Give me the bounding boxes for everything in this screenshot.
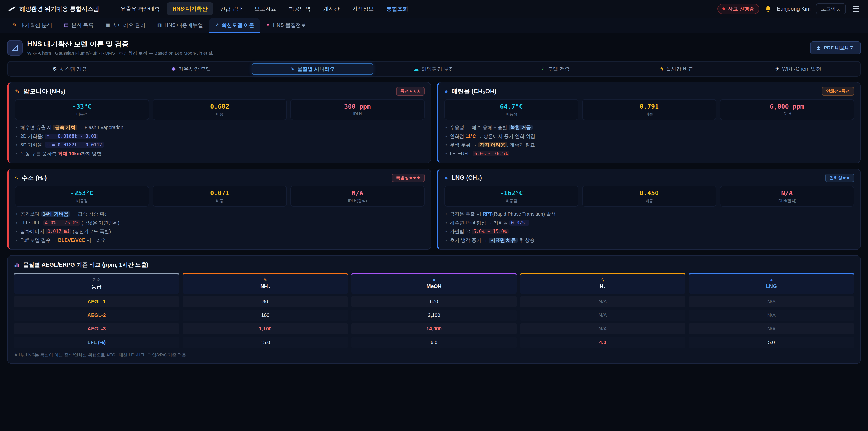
topnav: 해양환경 위기대응 통합시스템 유출유 확산예측HNS·대기확산긴급구난보고자료… — [0, 0, 868, 18]
incident-label: 사고 진행중 — [728, 5, 754, 12]
table-title: 물질별 AEGL/ERPG 기준 비교 (ppm, 1시간 노출) — [23, 261, 148, 269]
nav-item[interactable]: 항공탐색 — [283, 2, 316, 15]
hazard-badge: 인화성★★ — [825, 174, 854, 182]
tab-label: 해양환경 보정 — [422, 65, 454, 72]
row-label: AEGL-2 — [14, 310, 179, 321]
subnav-item[interactable]: ▤분석 목록 — [59, 18, 99, 33]
highlight: 14배 가벼움 — [41, 211, 70, 217]
stat-value: 0.682 — [155, 103, 284, 110]
subnav-item[interactable]: ▣시나리오 관리 — [100, 18, 151, 33]
stat-value: -253°C — [17, 189, 147, 197]
highlight: 4.0% ~ 75.0% — [43, 220, 80, 225]
cell-value: 5.0 — [689, 337, 854, 348]
folder-icon: ▣ — [105, 23, 110, 28]
nav-item[interactable]: HNS·대기확산 — [166, 2, 213, 15]
table-footnote: ※ H₂, LNG는 독성이 아닌 질식/인화성 위험으로 AEGL 대신 LF… — [14, 352, 854, 358]
section-tab[interactable]: ✓모델 검증 — [495, 63, 616, 75]
column-header: ϟH₂ — [520, 273, 685, 294]
cell-value: 15.0 — [183, 337, 348, 348]
stat-value: 64.7°C — [447, 103, 576, 110]
section-tab[interactable]: ✈WRF-Chem 발전 — [738, 63, 859, 75]
cell-value: 4.0 — [520, 337, 685, 348]
nav-item[interactable]: 통합조회 — [381, 2, 414, 15]
bullet-item: Puff 모델 필수 → BLEVE/VCE 시나리오 — [15, 237, 425, 244]
tab-label: 실시간 비교 — [666, 65, 693, 72]
stat-box: 0.682비중 — [153, 99, 287, 120]
cell-value: 30 — [183, 296, 348, 307]
section-tab[interactable]: ⚙시스템 개요 — [9, 63, 130, 75]
nav-item[interactable]: 긴급구난 — [214, 2, 248, 15]
bullet-item: 해수면 Pool 형성 → 기화율 0.025t — [444, 219, 854, 226]
stat-value: N/A — [293, 189, 422, 197]
stat-value: -33°C — [17, 103, 147, 110]
subnav-item[interactable]: ✶HNS 물질정보 — [260, 18, 311, 33]
bell-icon[interactable] — [765, 5, 772, 12]
section-tab[interactable]: ϟ실시간 비교 — [616, 63, 738, 75]
tab-label: WRF-Chem 발전 — [782, 65, 822, 72]
card-title: 메탄올 (CH₃OH) — [452, 87, 818, 95]
bullet-list: 극저온 유출 시 RPT(Rapid Phase Transition) 발생해… — [444, 211, 854, 244]
bullet-list: 해수면 유출 시 급속 기화 → Flash Evaporation2D 기화율… — [15, 124, 425, 157]
stat-label: 비중 — [584, 198, 714, 204]
menu-icon[interactable] — [851, 5, 861, 13]
card-h2: ϟ수소 (H₂)폭발성★★★-253°C비등점0.071비중N/AIDLH(질식… — [7, 168, 431, 250]
download-icon — [816, 45, 821, 51]
bullet-item: 2D 기화율: m = 0.0168t - 0.01 — [15, 133, 425, 140]
stat-value: N/A — [722, 189, 852, 197]
bullet-item: 극저온 유출 시 RPT(Rapid Phase Transition) 발생 — [444, 211, 854, 218]
subnav-item[interactable]: ▥HNS 대응매뉴얼 — [152, 18, 209, 33]
user-name: Eunjeong Kim — [777, 6, 811, 12]
ruler-icon — [7, 40, 23, 56]
column-header-label: LNG — [766, 283, 777, 289]
tab-label: 모델 검증 — [548, 65, 570, 72]
subnav-label: 대기확산 분석 — [20, 22, 52, 29]
tab-label: 물질별 시나리오 — [297, 65, 335, 72]
bolt-icon: ϟ — [660, 66, 663, 71]
hazard-badge: 폭발성★★★ — [392, 174, 425, 182]
subnav-item[interactable]: ↗확산모델 이론 — [209, 18, 260, 33]
nav-item[interactable]: 게시판 — [317, 2, 345, 15]
incident-badge[interactable]: 사고 진행중 — [717, 4, 759, 14]
tab-label: 가우시안 모델 — [178, 65, 211, 72]
stat-box: -33°C비등점 — [15, 99, 149, 120]
stat-label: 비중 — [155, 112, 284, 117]
pdf-export-button[interactable]: PDF 내보내기 — [810, 41, 861, 55]
bullet-item: LFL~UFL: 4.0% ~ 75.0% (극넓은 가연범위) — [15, 219, 425, 226]
stat-label: IDLH — [722, 112, 852, 116]
nav-item[interactable]: 보고자료 — [249, 2, 282, 15]
logout-button[interactable]: 로그아웃 — [816, 3, 846, 14]
section-tab[interactable]: ✎물질별 시나리오 — [252, 63, 373, 75]
bullet-item: 공기보다 14배 가벼움 → 급속 상승 확산 — [15, 211, 425, 218]
stat-box: N/AIDLH(질식) — [290, 186, 425, 207]
cell-value: 2,100 — [351, 310, 517, 321]
circle-icon: ● — [444, 88, 448, 94]
stat-box: 6,000 ppmIDLH — [720, 99, 854, 120]
nav-item[interactable]: 유출유 확산예측 — [114, 2, 166, 15]
bullet-item: 가연범위: 5.0% ~ 15.0% — [444, 228, 854, 235]
subnav: ✎대기확산 분석▤분석 목록▣시나리오 관리▥HNS 대응매뉴얼↗확산모델 이론… — [0, 18, 868, 33]
bullet-item: LFL~UFL: 6.0% ~ 36.5% — [444, 150, 854, 157]
section-tab[interactable]: ◉가우시안 모델 — [130, 63, 252, 75]
highlight: m = 0.0168t - 0.01 — [45, 133, 98, 139]
section-tab[interactable]: ☁해양환경 보정 — [373, 63, 495, 75]
nav-item[interactable]: 기상정보 — [346, 2, 380, 15]
chart-icon: ↗ — [215, 23, 219, 28]
stat-label: 비등점 — [447, 198, 576, 204]
bar-chart-icon — [14, 262, 20, 268]
row-label: AEGL-3 — [14, 323, 179, 335]
book-icon: ▥ — [157, 23, 162, 28]
stat-label: 비등점 — [447, 112, 576, 117]
highlight: 5.0% ~ 15.0% — [472, 229, 508, 234]
stat-box: N/AIDLH(질식) — [720, 186, 854, 207]
stat-label: 비중 — [155, 198, 284, 204]
cloud-icon: ☁ — [414, 66, 419, 71]
highlight: 0.025t — [509, 220, 530, 225]
table-title-row: 물질별 AEGL/ERPG 기준 비교 (ppm, 1시간 노출) — [14, 261, 854, 269]
stats-row: -162°C비등점0.450비중N/AIDLH(질식) — [444, 186, 854, 207]
stat-box: 300 ppmIDLH — [290, 99, 425, 120]
stats-row: -253°C비등점0.071비중N/AIDLH(질식) — [15, 186, 425, 207]
cell-value: 6.0 — [351, 337, 517, 348]
brand[interactable]: 해양환경 위기대응 통합시스템 — [7, 5, 99, 13]
bullet-list: 공기보다 14배 가벼움 → 급속 상승 확산LFL~UFL: 4.0% ~ 7… — [15, 211, 425, 244]
subnav-item[interactable]: ✎대기확산 분석 — [7, 18, 58, 33]
